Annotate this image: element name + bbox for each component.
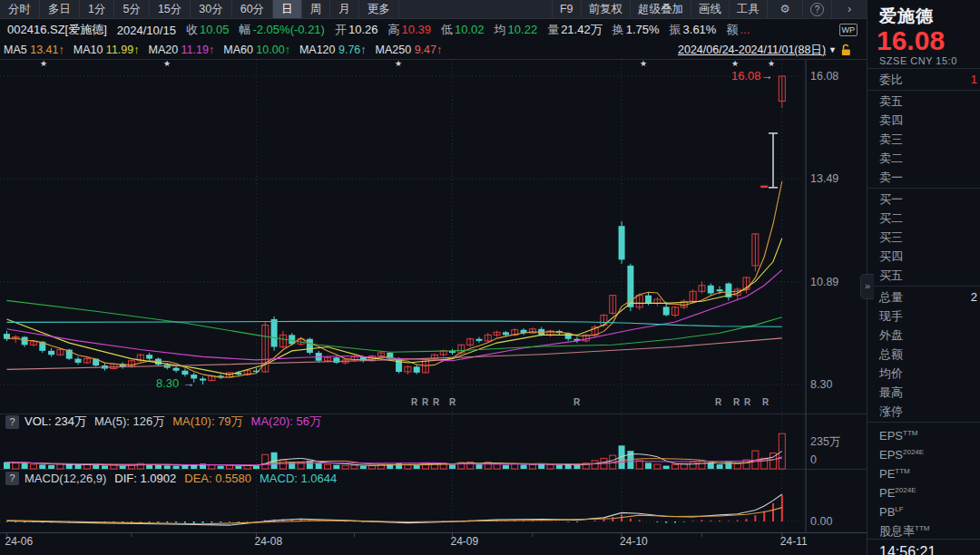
tool-前复权[interactable]: 前复权 <box>581 0 631 18</box>
tool-工具[interactable]: 工具 <box>729 0 767 18</box>
macd-name: MACD(12,26,9) <box>24 472 106 485</box>
field-label: 换 <box>612 23 624 36</box>
panel-row-买五: 买五 <box>867 266 980 285</box>
ma-item-MA10: MA10 11.99↑ <box>74 44 140 56</box>
chevron-right-icon[interactable]: › <box>831 0 867 18</box>
ma-item-MA120: MA120 9.76↑ <box>299 44 367 56</box>
panel-row-最高: 最高 <box>867 383 980 402</box>
r-event-marker: R <box>422 397 428 407</box>
ma-value: 9.47↑ <box>415 44 443 56</box>
row-label: 最高 <box>879 383 903 402</box>
star-marker: ★ <box>731 59 739 68</box>
x-axis-label: 24-06 <box>5 535 34 548</box>
field-value: 10.26 <box>348 23 378 36</box>
tab-更多[interactable]: 更多 <box>359 0 399 18</box>
r-event-marker: R <box>715 397 721 407</box>
panel-row-均价: 均价 <box>867 364 980 383</box>
chevron-down-icon[interactable]: ▼ <box>828 45 837 54</box>
quote-field-幅: 幅-2.05%(-0.21) <box>239 22 324 38</box>
tab-月[interactable]: 月 <box>330 0 359 18</box>
row-label: PETTM <box>879 462 910 481</box>
tab-60分[interactable]: 60分 <box>232 0 273 18</box>
field-value: 1.75% <box>626 23 660 36</box>
field-value: ... <box>740 23 750 36</box>
tab-30分[interactable]: 30分 <box>191 0 231 18</box>
vol-ma20-value: 56万 <box>296 414 320 428</box>
row-label: PBLF <box>879 500 904 519</box>
ma-label: MA60 <box>223 44 256 56</box>
tool-画线[interactable]: 画线 <box>691 0 729 18</box>
quote-field-额: 额... <box>726 22 750 38</box>
field-value: 3.61% <box>683 23 717 36</box>
stock-info-bar: 002416.SZ[爱施德] 2024/10/15 收10.05幅-2.05%(… <box>0 19 867 41</box>
row-label: 买五 <box>879 266 903 285</box>
low-price-text: 8.30 <box>156 376 179 390</box>
tab-分时[interactable]: 分时 <box>0 0 40 18</box>
field-label: 量 <box>547 23 559 36</box>
macd-value-label: MACD: <box>260 472 298 485</box>
ma-label: MA10 <box>74 44 106 56</box>
price-axis-label: 13.49 <box>810 172 838 185</box>
ma-item-MA250: MA250 9.47↑ <box>376 44 443 56</box>
tab-周[interactable]: 周 <box>302 0 331 18</box>
tool-F9[interactable]: F9 <box>552 0 581 18</box>
field-label: 低 <box>441 23 453 36</box>
tab-5分[interactable]: 5分 <box>114 0 149 18</box>
ma-label: MA20 <box>148 44 181 56</box>
price-axis-label: 16.08 <box>810 70 838 83</box>
period-tabs: 分时多日1分5分15分30分60分日周月更多 <box>0 0 399 18</box>
row-label: 均价 <box>879 364 903 383</box>
tool-超级叠加[interactable]: 超级叠加 <box>630 0 691 18</box>
ma-lines-layer <box>7 181 782 377</box>
field-label: 振 <box>670 23 681 36</box>
vol-ma20-label: MA(20): <box>251 414 293 428</box>
quote-panel: 爱施德 16.08 SZSE CNY 15:0 委比1卖五卖四卖三卖二卖一买一买… <box>867 0 980 555</box>
r-event-marker: R <box>449 397 456 407</box>
last-price-label: 16.08→ <box>731 69 773 83</box>
wp-badge[interactable]: WP <box>839 24 858 36</box>
panel-row-EPS: EPS2024E <box>867 443 980 462</box>
field-value: 10.02 <box>455 23 485 36</box>
arrow-right-icon: → <box>761 69 773 83</box>
tab-多日[interactable]: 多日 <box>40 0 80 18</box>
dif-value: 1.0902 <box>141 472 177 485</box>
ma-item-MA20: MA20 11.19↑ <box>148 44 214 56</box>
ma-item-MA60: MA60 10.00↑ <box>223 44 290 56</box>
star-marker: ★ <box>768 59 775 68</box>
unlocked-lock-icon[interactable] <box>840 44 852 56</box>
vol-value: 234万 <box>54 414 86 428</box>
quote-fields: 收10.05幅-2.05%(-0.21)开10.26高10.39低10.02均1… <box>186 22 760 38</box>
row-value: 2 <box>971 287 977 307</box>
date-range-text[interactable]: 2024/06/24-2024/11/01(88日) <box>678 43 826 58</box>
help-icon[interactable]: ? <box>810 3 824 16</box>
ma-value: 11.99↑ <box>106 44 140 56</box>
tab-日[interactable]: 日 <box>273 0 302 18</box>
x-axis-label: 24-08 <box>254 535 282 548</box>
tab-1分[interactable]: 1分 <box>80 0 114 18</box>
macd-value: 1.0644 <box>301 472 338 485</box>
ma-label: MA120 <box>299 44 338 56</box>
field-label: 额 <box>726 23 738 36</box>
price-axis-label: 10.89 <box>810 276 838 288</box>
r-event-marker: R <box>411 397 417 407</box>
r-event-marker: R <box>573 397 580 407</box>
vol-ma5-value: 126万 <box>133 414 165 428</box>
panel-collapse-handle[interactable]: » <box>860 274 874 299</box>
tab-15分[interactable]: 15分 <box>150 0 191 18</box>
panel-row-买四: 买四 <box>867 247 980 266</box>
panel-last-price: 16.08 <box>877 26 980 55</box>
panel-row-涨停: 涨停 <box>867 402 980 421</box>
quote-field-高: 高10.39 <box>387 22 431 38</box>
panel-row-股息率: 股息率TTM <box>867 519 980 538</box>
field-label: 均 <box>495 23 506 36</box>
macd-layer <box>7 494 782 525</box>
ma-value: 11.19↑ <box>181 44 215 56</box>
vol-help-icon[interactable]: ? <box>5 415 19 429</box>
vol-axis-zero-label: 0 <box>810 453 817 466</box>
macd-axis-zero-label: 0.00 <box>810 515 832 528</box>
panel-row-EPS: EPSTTM <box>867 424 980 443</box>
macd-help-icon[interactable]: ? <box>5 472 19 485</box>
date-range-selector[interactable]: 2024/06/24-2024/11/01(88日) ▼ <box>678 43 863 58</box>
gear-icon[interactable]: ⚙ <box>767 0 802 18</box>
arrow-right-icon: → <box>182 376 194 390</box>
